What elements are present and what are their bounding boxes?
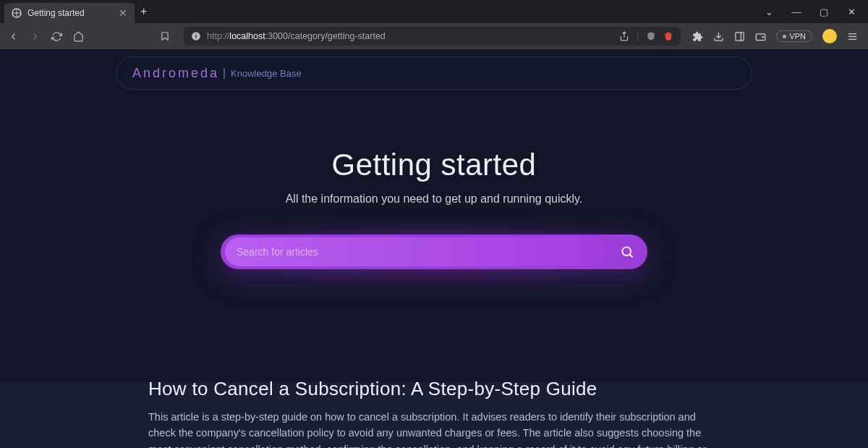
close-icon[interactable]: ✕: [839, 7, 864, 17]
profile-avatar[interactable]: [822, 29, 837, 43]
hero-section: Getting started All the information you …: [0, 148, 868, 206]
svg-point-10: [622, 247, 631, 255]
svg-line-11: [630, 255, 633, 258]
vpn-button[interactable]: VPN: [776, 30, 812, 42]
site-header[interactable]: Andromeda Knowledge Base: [116, 56, 752, 90]
brand-subtitle: Knowledge Base: [224, 68, 302, 79]
reload-icon[interactable]: [49, 31, 64, 42]
nav-bar: i http://localhost:3000/category/getting…: [0, 23, 868, 49]
search-container: [221, 234, 647, 269]
maximize-icon[interactable]: ▢: [812, 7, 836, 17]
forward-icon[interactable]: [27, 31, 42, 42]
shield-icon[interactable]: [646, 31, 656, 41]
article-title: How to Cancel a Subscription: A Step-by-…: [148, 378, 720, 400]
svg-text:i: i: [195, 33, 197, 40]
search-input[interactable]: [237, 246, 595, 258]
home-icon[interactable]: [71, 31, 85, 42]
back-icon[interactable]: [6, 31, 20, 42]
brand-name: Andromeda: [132, 66, 219, 81]
chevron-down-icon[interactable]: ⌄: [757, 7, 781, 17]
page-subtitle: All the information you need to get up a…: [0, 193, 868, 206]
download-icon[interactable]: [713, 31, 724, 42]
sidebar-icon[interactable]: [734, 31, 745, 42]
url-bar[interactable]: i http://localhost:3000/category/getting…: [184, 27, 681, 46]
page-viewport[interactable]: Andromeda Knowledge Base Getting started…: [0, 49, 868, 448]
article-preview[interactable]: How to Cancel a Subscription: A Step-by-…: [148, 378, 720, 448]
brave-icon[interactable]: [663, 31, 673, 41]
svg-point-6: [762, 36, 763, 37]
search-button[interactable]: [607, 245, 647, 259]
tab-close-icon[interactable]: ✕: [119, 7, 127, 19]
svg-rect-3: [736, 32, 744, 40]
menu-icon[interactable]: [847, 31, 858, 42]
browser-tab[interactable]: Getting started ✕: [4, 3, 135, 23]
window-controls: ⌄ ― ▢ ✕: [757, 7, 864, 17]
extensions-icon[interactable]: [692, 31, 703, 42]
bookmark-icon[interactable]: [158, 31, 172, 41]
favicon-icon: [12, 8, 22, 18]
new-tab-button[interactable]: +: [140, 5, 147, 18]
tab-title: Getting started: [27, 8, 113, 18]
tab-bar: Getting started ✕ + ⌄ ― ▢ ✕: [0, 0, 868, 23]
url-text: http://localhost:3000/category/getting-s…: [207, 31, 386, 41]
wallet-icon[interactable]: [755, 31, 766, 42]
browser-chrome: Getting started ✕ + ⌄ ― ▢ ✕ i: [0, 0, 868, 49]
article-body: This article is a step-by-step guide on …: [148, 409, 720, 448]
info-icon[interactable]: i: [191, 31, 201, 41]
minimize-icon[interactable]: ―: [784, 7, 809, 17]
share-icon[interactable]: [619, 31, 629, 41]
page-title: Getting started: [0, 148, 868, 182]
